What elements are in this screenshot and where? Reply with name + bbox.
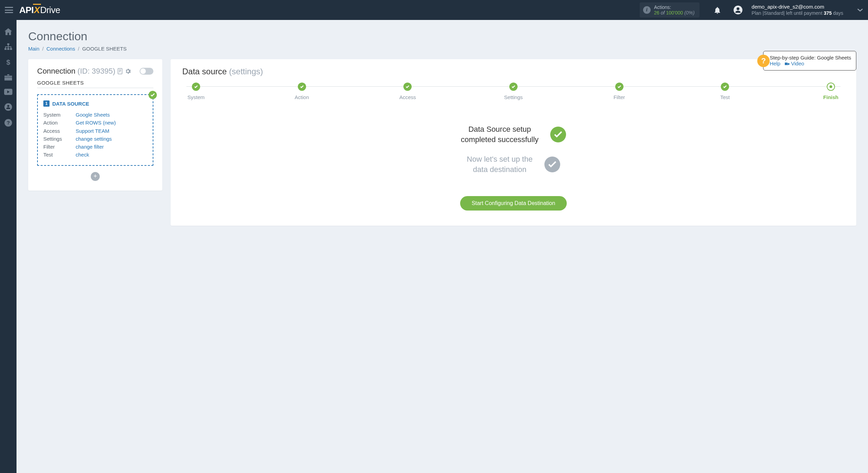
user-email: demo_apix-drive_s2@com.com [752,4,843,10]
breadcrumb-main[interactable]: Main [28,46,40,52]
ds-row-label: Filter [43,143,76,151]
svg-rect-12 [118,68,122,74]
ds-row: AccessSupport TEAM [43,127,147,135]
data-source-settings-card: Data source (settings) SystemActionAcces… [171,59,856,226]
ds-label: DATA SOURCE [52,101,89,107]
ds-number: 1 [43,100,50,107]
ds-settings-title: Data source [182,67,227,76]
ds-row: Filterchange filter [43,143,147,151]
user-plan: Plan |Standard| left until payment 375 d… [752,10,843,17]
ds-row: Settingschange settings [43,135,147,143]
document-icon[interactable] [117,68,123,74]
ds-row-value[interactable]: Google Sheets [76,111,110,119]
logo[interactable]: APIXDrive [19,5,60,15]
actions-pct: (0%) [684,10,695,15]
step-label: Finish [823,94,838,100]
actions-of: of [661,10,665,15]
logo-part-api: API [19,5,34,15]
sitemap-icon[interactable] [4,43,12,50]
logo-part-drive: Drive [40,5,60,15]
topbar: APIXDrive i Actions: 26 of 100'000 (0%) … [0,0,868,20]
breadcrumb-current: GOOGLE SHEETS [82,46,127,52]
video-icon: ■▸ [784,61,790,66]
step-dot [298,83,306,91]
dollar-icon[interactable]: $ [6,58,11,66]
step-label: System [187,94,205,100]
menu-toggle[interactable] [5,7,13,13]
ds-row-value[interactable]: change filter [76,143,104,151]
user-icon [733,5,743,15]
question-icon[interactable]: ? [757,55,770,67]
briefcase-icon[interactable] [4,74,12,80]
youtube-icon[interactable] [4,89,12,95]
step-dot [192,83,200,91]
actions-label: Actions: [654,4,695,10]
svg-rect-2 [7,43,9,45]
logo-part-x: X [34,5,40,15]
actions-total: 100'000 [666,10,683,15]
ds-row: SystemGoogle Sheets [43,111,147,119]
data-source-box[interactable]: 1 DATA SOURCE SystemGoogle SheetsActionG… [37,94,153,166]
next-step-message: Now let's set up the data destination [467,154,532,174]
svg-point-9 [7,105,9,107]
step-dot [615,83,623,91]
breadcrumb: Main / Connections / GOOGLE SHEETS [28,46,856,52]
connection-subtitle: GOOGLE SHEETS [37,80,153,88]
connection-title: Connection [37,67,75,76]
sidebar: $ ? [0,20,17,473]
help-icon[interactable]: ? [4,119,12,127]
step-test[interactable]: Test [711,83,739,100]
ds-row-label: Test [43,151,76,159]
ds-row-label: System [43,111,76,119]
ds-row-label: Access [43,127,76,135]
chevron-down-icon[interactable] [857,8,863,12]
bell-icon[interactable] [714,6,721,14]
step-finish[interactable]: Finish [817,83,845,100]
ds-row-label: Action [43,119,76,127]
stepper: SystemActionAccessSettingsFilterTestFini… [182,83,845,100]
svg-text:?: ? [7,120,10,126]
ds-row-value[interactable]: Support TEAM [76,127,109,135]
connection-card: Connection (ID: 39395) GOOGLE SHEETS 1 D… [28,59,162,191]
pending-check-icon [544,157,560,172]
ds-row-value[interactable]: check [76,151,89,159]
step-label: Action [295,94,309,100]
guide-video-link[interactable]: Video [791,61,804,66]
main-content: Connection Main / Connections / GOOGLE S… [17,20,868,473]
user-block[interactable]: demo_apix-drive_s2@com.com Plan |Standar… [728,4,863,16]
svg-rect-3 [4,48,7,50]
step-system[interactable]: System [182,83,210,100]
svg-text:$: $ [6,58,10,66]
add-button[interactable]: + [91,172,100,181]
breadcrumb-connections[interactable]: Connections [46,46,75,52]
actions-box[interactable]: i Actions: 26 of 100'000 (0%) [640,2,699,18]
step-label: Access [399,94,416,100]
step-filter[interactable]: Filter [606,83,633,100]
ds-row: ActionGet ROWS (new) [43,119,147,127]
guide-help-link[interactable]: Help [770,61,780,66]
step-settings[interactable]: Settings [500,83,527,100]
connection-id: (ID: 39395) [77,67,115,76]
home-icon[interactable] [4,28,12,35]
step-access[interactable]: Access [394,83,421,100]
gear-icon[interactable] [125,68,131,74]
step-dot [721,83,729,91]
step-dot [403,83,412,91]
actions-text: Actions: 26 of 100'000 (0%) [654,4,695,15]
step-dot [509,83,518,91]
ds-row-label: Settings [43,135,76,143]
step-dot [827,83,835,91]
start-destination-button[interactable]: Start Configuring Data Destination [460,196,567,211]
ds-settings-subtitle: (settings) [229,67,263,76]
ds-row: Testcheck [43,151,147,159]
svg-point-1 [736,7,739,10]
step-action[interactable]: Action [288,83,316,100]
profile-icon[interactable] [4,103,12,111]
guide-title: Step-by-step Guide: Google Sheets [770,55,851,61]
success-check-icon [550,127,566,142]
connection-toggle[interactable] [140,68,153,75]
ds-row-value[interactable]: change settings [76,135,112,143]
success-message: Data Source setup completed successfully [461,124,539,144]
actions-count: 26 [654,10,660,15]
ds-row-value[interactable]: Get ROWS (new) [76,119,116,127]
